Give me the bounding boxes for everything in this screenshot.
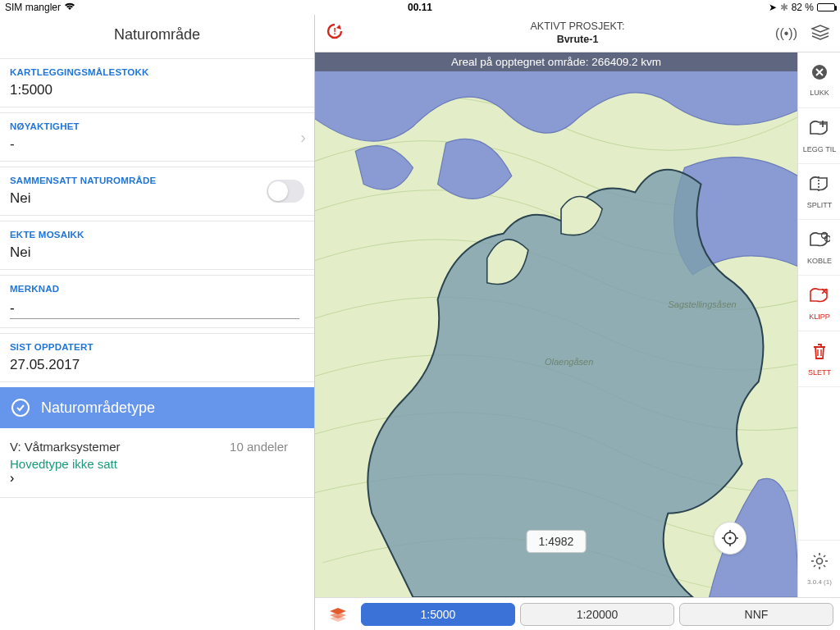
broadcast-icon[interactable]: ((•)) <box>775 26 797 41</box>
battery-pct: 82 % <box>792 2 814 13</box>
map-label-a: Olaengåsen <box>545 357 593 367</box>
tool-clip-label: KLIPP <box>809 313 830 321</box>
tool-add-label: LEGG TIL <box>803 145 836 153</box>
status-time: 00.11 <box>408 2 432 13</box>
scale-5000-button[interactable]: 1:5000 <box>361 603 515 626</box>
tool-delete[interactable]: SLETT <box>798 331 840 387</box>
sim-status: SIM mangler <box>5 2 61 13</box>
gear-icon <box>810 552 829 575</box>
label-mosaic: EKTE MOSAIKK <box>10 230 304 240</box>
basemap-button[interactable] <box>322 606 354 623</box>
project-label: AKTIVT PROSJEKT: <box>530 21 624 34</box>
properties-sidebar: Naturområde KARTLEGGINGSMÅLESTOKK 1:5000… <box>0 15 315 630</box>
split-icon <box>809 175 830 198</box>
svg-text:!: ! <box>333 26 336 36</box>
row-updated: SIST OPPDATERT 27.05.2017 <box>0 334 314 381</box>
label-updated: SIST OPPDATERT <box>10 342 304 352</box>
tool-settings[interactable]: 3.0.4 (1) <box>798 540 840 597</box>
section-nature-type[interactable]: Naturområdetype <box>0 387 314 428</box>
svg-point-7 <box>817 559 823 564</box>
trash-icon <box>811 342 828 365</box>
tool-close-label: LUKK <box>810 89 829 97</box>
tool-close[interactable]: LUKK <box>798 52 840 108</box>
svg-point-3 <box>728 536 731 539</box>
value-scale: 1:5000 <box>10 82 304 98</box>
wifi-icon <box>64 2 75 13</box>
type-row[interactable]: V: Våtmarksystemer Hovedtype ikke satt 1… <box>0 428 314 498</box>
map-label-b: Sagstellingsåsen <box>668 299 736 309</box>
type-count: 10 andeler <box>230 440 288 454</box>
value-accuracy: - <box>10 136 304 153</box>
add-polygon-icon <box>809 119 830 142</box>
tool-split[interactable]: SPLITT <box>798 164 840 220</box>
tool-link[interactable]: KOBLE <box>798 220 840 276</box>
bottom-bar: 1:5000 1:20000 NNF <box>315 597 840 630</box>
row-composite[interactable]: SAMMENSATT NATUROMRÅDE Nei <box>0 167 314 215</box>
edit-toolbar: LUKK LEGG TIL SPLITT KOBLE KLIPP <box>797 52 840 597</box>
nnf-button[interactable]: NNF <box>679 603 833 626</box>
value-updated: 27.05.2017 <box>10 357 304 373</box>
area-readout: Areal på opptegnet område: 266409.2 kvm <box>315 52 797 71</box>
value-composite: Nei <box>10 190 304 207</box>
value-mosaic: Nei <box>10 244 304 261</box>
location-icon: ➤ <box>769 2 777 13</box>
close-icon <box>811 64 828 85</box>
map-svg[interactable]: Olaengåsen Sagstellingsåsen <box>315 52 797 597</box>
sidebar-title: Naturområde <box>0 15 314 58</box>
chevron-right-icon: › <box>300 128 306 147</box>
tool-delete-label: SLETT <box>808 368 831 377</box>
tool-link-label: KOBLE <box>807 257 832 265</box>
label-composite: SAMMENSATT NATUROMRÅDE <box>10 176 304 185</box>
label-accuracy: NØYAKTIGHET <box>10 121 304 131</box>
sync-alert-icon[interactable]: ! <box>325 21 345 46</box>
project-name: Bvrute-1 <box>530 34 624 47</box>
row-scale[interactable]: KARTLEGGINGSMÅLESTOKK 1:5000 <box>0 59 314 107</box>
tool-clip[interactable]: KLIPP <box>798 276 840 331</box>
row-mosaic: EKTE MOSAIKK Nei <box>0 221 314 269</box>
locate-button[interactable] <box>714 522 746 555</box>
check-circle-icon <box>11 399 30 417</box>
bluetooth-icon: ✱ <box>780 2 788 13</box>
layers-icon[interactable] <box>810 24 830 43</box>
version-label: 3.0.4 (1) <box>807 578 832 586</box>
scale-20000-button[interactable]: 1:20000 <box>520 603 674 626</box>
link-icon <box>809 231 830 253</box>
map-area: ! AKTIVT PROSJEKT: Bvrute-1 ((•)) Areal … <box>315 15 840 630</box>
note-input[interactable] <box>10 299 299 319</box>
label-scale: KARTLEGGINGSMÅLESTOKK <box>10 67 304 77</box>
row-note[interactable]: MERKNAD <box>0 276 314 327</box>
clip-icon <box>809 286 830 309</box>
row-accuracy[interactable]: NØYAKTIGHET - › <box>0 113 314 161</box>
chevron-right-icon: › <box>10 471 304 486</box>
toggle-composite[interactable] <box>267 180 304 203</box>
battery-icon <box>817 3 835 11</box>
tool-split-label: SPLITT <box>807 201 833 209</box>
scale-readout: 1:4982 <box>527 530 587 553</box>
map-canvas[interactable]: Areal på opptegnet område: 266409.2 kvm <box>315 52 797 597</box>
type-line2: Hovedtype ikke satt <box>10 457 304 471</box>
status-bar: SIM mangler 00.11 ➤ ✱ 82 % <box>0 0 840 15</box>
map-header: ! AKTIVT PROSJEKT: Bvrute-1 ((•)) <box>315 15 840 52</box>
tool-add[interactable]: LEGG TIL <box>798 108 840 164</box>
label-note: MERKNAD <box>10 284 304 294</box>
section-label: Naturområdetype <box>41 399 155 417</box>
